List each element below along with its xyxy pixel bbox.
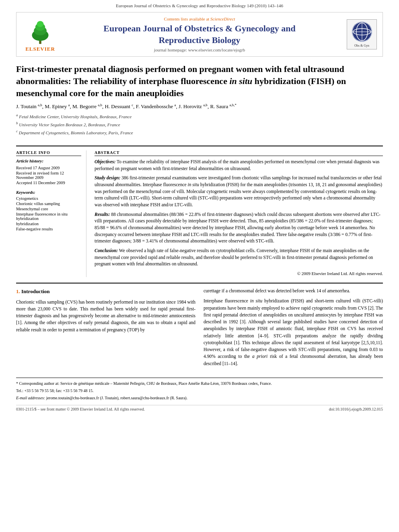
affiliation-a: a Fetal Medicine Center, University Hosp… — [16, 113, 383, 120]
footnote-email: E-mail addresses: jerome.toutain@chu-bor… — [16, 395, 383, 401]
history-received: Received 17 August 2009 — [16, 166, 81, 170]
abstract-results: Results: 88 chromosomal abnormalities (8… — [95, 211, 383, 244]
journal-logo-area: Obs & Gyn — [341, 19, 377, 49]
intro-right-col: curettage if a chromosomal defect was de… — [204, 288, 383, 370]
banner-center: Contents lists available at ScienceDirec… — [58, 16, 341, 52]
journal-logo-box: Obs & Gyn — [347, 19, 377, 49]
article-history-label: Article history: — [16, 158, 81, 163]
abstract-objectives: Objectives: To examine the reliability o… — [95, 158, 383, 172]
keyword-1: Cytogenetics — [16, 196, 81, 201]
abstract-study-design: Study design: 386 first-trimester prenat… — [95, 175, 383, 208]
footnote-section: * Corresponding author at: Service de gé… — [16, 378, 383, 401]
page-footer: 0301-2115/$ – see front matter © 2009 El… — [16, 405, 383, 411]
intro-left-col: 1. Introduction Chorionic villus samplin… — [16, 288, 195, 370]
intro-para-1: Chorionic villus sampling (CVS) has been… — [16, 299, 195, 333]
logo-circle-icon — [352, 22, 372, 42]
elsevier-logo-area: ELSEVIER — [22, 16, 58, 52]
journal-homepage: journal homepage: www.elsevier.com/locat… — [58, 47, 341, 52]
svg-point-4 — [37, 21, 44, 27]
keywords-section: Keywords: Cytogenetics Chorionic villus … — [16, 190, 81, 231]
affiliations: a Fetal Medicine Center, University Hosp… — [16, 113, 383, 136]
footer-doi: doi:10.1016/j.ejogrb.2009.12.015 — [329, 407, 383, 411]
keywords-title: Keywords: — [16, 190, 81, 195]
affiliation-c: c Department of Cytogenetics, Biomnis La… — [16, 129, 383, 136]
intro-para-right-2: Interphase fluorescence in situ hybridiz… — [204, 298, 383, 367]
authors-line: J. Toutain a,b, M. Epiney a, M. Begorre … — [16, 103, 383, 110]
svg-rect-5 — [39, 41, 41, 44]
keyword-2: Chorionic villus sampling — [16, 201, 81, 206]
article-title: First-trimester prenatal diagnosis perfo… — [16, 63, 383, 99]
elsevier-tree-icon — [28, 16, 52, 45]
sciencedirect-line: Contents lists available at ScienceDirec… — [58, 16, 341, 21]
affiliation-b: b University Victor Segalen Bordeaux 2, … — [16, 121, 383, 128]
keyword-3: Mesenchymal core — [16, 207, 81, 211]
keyword-5: False-negative results — [16, 227, 81, 231]
journal-banner: ELSEVIER Contents lists available at Sci… — [16, 12, 383, 57]
copyright-line: © 2009 Elsevier Ireland Ltd. All rights … — [95, 271, 383, 277]
elsevier-wordmark: ELSEVIER — [25, 46, 55, 52]
journal-title: European Journal of Obstetrics & Gynecol… — [58, 23, 341, 46]
journal-ref-text: European Journal of Obstetrics & Gynecol… — [116, 3, 283, 8]
logo-label: Obs & Gyn — [354, 44, 369, 47]
abstract-content: Objectives: To examine the reliability o… — [95, 158, 383, 277]
history-accepted: Accepted 11 December 2009 — [16, 181, 81, 185]
abstract-column: ABSTRACT Objectives: To examine the reli… — [95, 150, 383, 277]
sciencedirect-label: ScienceDirect — [210, 16, 235, 21]
intro-heading: 1. Introduction — [16, 288, 195, 296]
introduction-section: 1. Introduction Chorionic villus samplin… — [16, 283, 383, 370]
article-title-section: First-trimester prenatal diagnosis perfo… — [16, 63, 383, 141]
abstract-conclusion: Conclusion: We observed a high rate of f… — [95, 247, 383, 267]
article-info-column: ARTICLE INFO Article history: Received 1… — [16, 150, 86, 277]
intro-para-right-1: curettage if a chromosomal defect was de… — [204, 288, 383, 294]
journal-header: European Journal of Obstetrics & Gynecol… — [16, 0, 383, 10]
keyword-4b: hybridization — [16, 222, 81, 226]
footnote-corresponding: * Corresponding author at: Service de gé… — [16, 380, 383, 386]
footer-issn: 0301-2115/$ – see front matter © 2009 El… — [16, 407, 145, 411]
keyword-4: Interphase fluorescence in situ hybridiz… — [16, 212, 81, 221]
footnote-tel: Tel.: +33 5 56 79 55 58; fax: +33 5 56 7… — [16, 388, 383, 394]
article-info-label: ARTICLE INFO — [16, 150, 81, 156]
article-info-abstract-section: ARTICLE INFO Article history: Received 1… — [16, 146, 383, 277]
abstract-label: ABSTRACT — [95, 150, 383, 156]
history-revised: Received in revised form 12 November 200… — [16, 171, 81, 180]
